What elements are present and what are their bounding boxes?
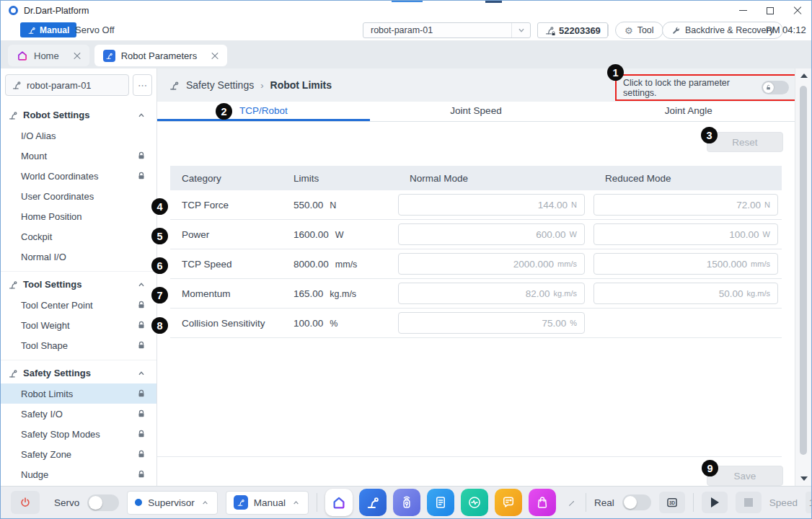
dock-task-editor-icon[interactable]	[427, 489, 454, 516]
limit-value: 8000.00	[294, 259, 329, 270]
statusbar-divider	[317, 493, 317, 512]
sidebar-item-safety-zone[interactable]: Safety Zone	[1, 444, 156, 464]
annotation-badge-6: 6	[151, 257, 168, 274]
limit-unit: kg.m/s	[330, 289, 356, 299]
robot-param-select[interactable]: robot-param-01	[363, 22, 531, 38]
normal-mode-input[interactable]: 600.00W	[398, 223, 585, 245]
sidebar-item-user-coordinates[interactable]: User Coordinates	[1, 186, 156, 206]
normal-mode-input[interactable]: 75.00%	[398, 312, 585, 334]
sidebar-item-tool-shape[interactable]: Tool Shape	[1, 335, 156, 355]
sidebar-item-normal-io[interactable]: Normal I/O	[1, 247, 156, 267]
speed-value-box[interactable]: 100 %	[806, 492, 812, 513]
tab-joint-speed[interactable]: Joint Speed	[370, 102, 583, 121]
scroll-down-arrow-icon[interactable]	[800, 476, 808, 481]
parameter-lock-callout: Click to lock the parameter settings.	[615, 74, 797, 101]
reduced-mode-input[interactable]: 72.00N	[593, 194, 778, 216]
lock-icon	[137, 389, 146, 398]
servo-status-text: Servo Off	[75, 25, 115, 35]
dock-home-icon[interactable]	[325, 489, 353, 516]
more-options-button[interactable]: ⋯	[133, 74, 152, 96]
input-value: 50.00	[719, 288, 743, 299]
sidebar-item-io-alias[interactable]: I/O Alias	[1, 125, 156, 146]
row-limit: 550.00N	[282, 200, 398, 210]
input-unit: W	[763, 230, 770, 239]
robot-serial-box[interactable]: 52203369	[537, 22, 608, 38]
robot-icon	[8, 280, 18, 290]
window-controls	[729, 1, 811, 20]
normal-mode-input[interactable]: 82.00kg.m/s	[398, 283, 585, 304]
minimize-button[interactable]	[729, 1, 756, 20]
tool-button[interactable]: ⚙ Tool	[615, 22, 663, 39]
tab-home[interactable]: Home	[8, 45, 89, 66]
reduced-mode-input[interactable]: 100.00W	[593, 223, 778, 245]
sidebar-item-label: Normal I/O	[21, 252, 66, 262]
sidebar-item-cockpit[interactable]: Cockpit	[1, 226, 156, 247]
sidebar-item-label: Tool Weight	[21, 320, 70, 331]
scroll-up-arrow-icon[interactable]	[800, 74, 808, 78]
normal-mode-input[interactable]: 144.00N	[398, 194, 585, 216]
minimize-icon	[739, 10, 747, 12]
sidebar-item-robot-limits[interactable]: Robot Limits	[1, 383, 156, 404]
sidebar-item-home-position[interactable]: Home Position	[1, 206, 156, 226]
table-header-row: Category Limits Normal Mode Reduced Mode	[170, 166, 782, 190]
sidebar: robot-param-01 ⋯ Robot Settings I/O Alia…	[1, 68, 157, 486]
sidebar-item-label: Home Position	[21, 211, 82, 222]
lock-icon	[137, 172, 146, 180]
row-category: Power	[170, 229, 282, 240]
lock-icon	[137, 341, 146, 350]
parameter-lock-toggle[interactable]	[762, 81, 789, 94]
annotation-badge-8: 8	[151, 317, 168, 334]
sidebar-item-tool-center-point[interactable]: Tool Center Point	[1, 295, 156, 315]
sidebar-item-safety-io[interactable]: Safety I/O	[1, 404, 156, 424]
tab-joint-angle[interactable]: Joint Angle	[582, 102, 795, 121]
section-header-safety-settings[interactable]: Safety Settings	[1, 363, 156, 383]
dock-monitoring-icon[interactable]	[461, 489, 488, 516]
operation-mode-select[interactable]: Manual	[226, 491, 309, 515]
annotation-badge-3: 3	[701, 127, 718, 143]
dock-message-icon[interactable]	[495, 489, 522, 516]
sidebar-section-robot-settings: Robot Settings I/O Alias Mount World Coo…	[1, 102, 156, 271]
dock-jog-icon[interactable]	[393, 489, 420, 516]
tab-close-icon[interactable]	[211, 52, 219, 59]
tab-close-icon[interactable]	[74, 52, 81, 59]
sidebar-item-nudge[interactable]: Nudge	[1, 464, 156, 484]
param-name-input[interactable]: robot-param-01	[5, 74, 129, 96]
reset-button[interactable]: Reset	[707, 132, 783, 152]
stop-button[interactable]	[736, 492, 762, 513]
dock-expand-chevron-icon[interactable]	[569, 501, 574, 506]
sidebar-item-mount[interactable]: Mount	[1, 146, 156, 166]
robot-icon	[8, 110, 18, 120]
robot-icon	[169, 80, 180, 91]
section-header-robot-settings[interactable]: Robot Settings	[1, 105, 156, 125]
vertical-scrollbar[interactable]	[795, 68, 811, 486]
sidebar-item-label: Safety I/O	[21, 409, 63, 420]
tab-tcp-robot[interactable]: TCP/Robot	[157, 102, 370, 121]
servo-toggle[interactable]	[87, 494, 119, 511]
scrollbar-thumb[interactable]	[800, 86, 807, 455]
reduced-mode-input[interactable]: 50.00kg.m/s	[593, 283, 778, 304]
sidebar-item-tool-weight[interactable]: Tool Weight	[1, 315, 156, 335]
breadcrumb-parent: Safety Settings	[186, 79, 254, 91]
dock-robot-params-icon[interactable]	[359, 489, 387, 516]
title-bar: Dr.Dart-Platform	[1, 1, 811, 20]
annotation-badge-9: 9	[702, 460, 718, 476]
user-role-select[interactable]: Supervisor	[127, 491, 218, 515]
normal-mode-input[interactable]: 2000.000mm/s	[398, 253, 585, 275]
maximize-button[interactable]	[756, 1, 784, 20]
manual-mode-badge[interactable]: Manual	[20, 22, 76, 37]
dock-store-icon[interactable]	[529, 489, 556, 516]
simulator-3d-button[interactable]	[659, 492, 685, 513]
power-button[interactable]	[11, 491, 40, 514]
real-toggle[interactable]	[622, 494, 651, 510]
play-button[interactable]	[702, 492, 728, 513]
backdrive-recovery-button[interactable]: Backdrive & Recovery	[662, 22, 783, 39]
close-button[interactable]	[784, 1, 811, 20]
section-header-tool-settings[interactable]: Tool Settings	[1, 274, 156, 295]
tab-robot-parameters[interactable]: Robot Parameters	[94, 45, 228, 66]
sidebar-item-safety-stop-modes[interactable]: Safety Stop Modes	[1, 424, 156, 444]
limit-unit: %	[330, 319, 337, 329]
limits-tab-bar: TCP/Robot Joint Speed Joint Angle	[157, 102, 795, 122]
sidebar-item-world-coordinates[interactable]: World Coordinates	[1, 166, 156, 186]
reduced-mode-input[interactable]: 1500.000mm/s	[593, 253, 778, 275]
top-toolbar: Manual Servo Off robot-param-01 52203369…	[1, 20, 811, 40]
